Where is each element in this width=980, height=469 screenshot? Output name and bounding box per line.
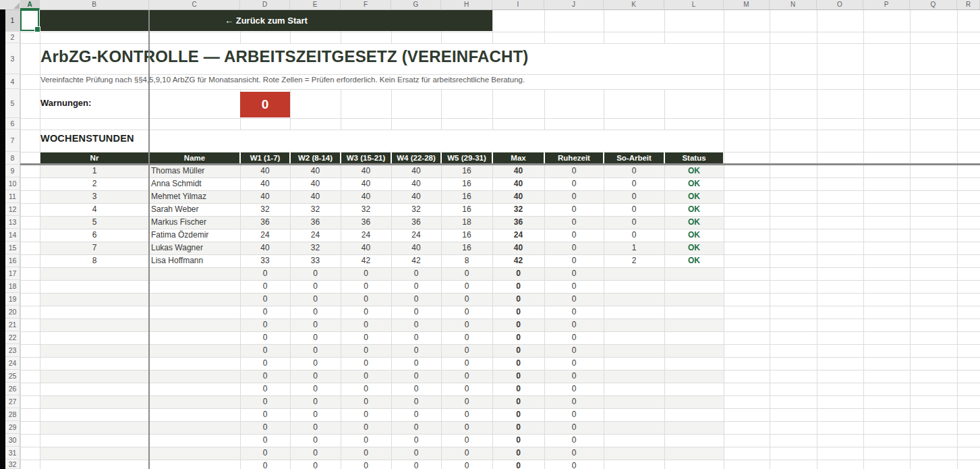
table-cell[interactable]: 0	[391, 447, 441, 460]
column-header-c[interactable]: C	[149, 0, 240, 9]
table-cell[interactable]: 40	[341, 242, 391, 254]
row-header-20[interactable]: 20	[5, 306, 20, 319]
table-cell[interactable]: 36	[492, 216, 544, 229]
row-header-6[interactable]: 6	[5, 118, 20, 130]
row-header-17[interactable]: 17	[5, 267, 20, 280]
table-header-cell[interactable]: W2 (8-14)	[291, 153, 340, 164]
table-cell[interactable]: 7	[40, 242, 149, 254]
table-cell[interactable]: 0	[604, 203, 664, 216]
table-cell[interactable]: 0	[341, 370, 391, 383]
table-cell[interactable]: Mehmet Yilmaz	[149, 190, 240, 203]
table-cell[interactable]: Sarah Weber	[149, 203, 240, 216]
table-cell[interactable]: 36	[290, 216, 341, 229]
table-header-cell[interactable]: So-Arbeit	[604, 153, 664, 164]
table-cell[interactable]: 0	[290, 370, 341, 383]
row-header-25[interactable]: 25	[5, 370, 20, 383]
column-header-q[interactable]: Q	[910, 0, 957, 9]
table-cell[interactable]: OK	[664, 177, 724, 190]
table-cell[interactable]: 40	[341, 177, 391, 190]
table-cell[interactable]: 0	[441, 319, 492, 331]
table-cell[interactable]: 40	[290, 165, 341, 177]
table-cell[interactable]: 40	[492, 177, 544, 190]
table-cell[interactable]: 0	[290, 447, 341, 460]
table-cell[interactable]: 0	[341, 421, 391, 434]
column-header-r[interactable]: R	[957, 0, 980, 9]
table-cell[interactable]: 0	[492, 357, 544, 370]
row-header-30[interactable]: 30	[5, 434, 20, 447]
table-cell[interactable]: 0	[290, 395, 341, 408]
column-header-n[interactable]: N	[770, 0, 817, 9]
table-cell[interactable]: 0	[441, 331, 492, 344]
table-cell[interactable]: 0	[391, 344, 441, 357]
table-cell[interactable]: 24	[290, 229, 341, 242]
table-cell[interactable]: 32	[492, 203, 544, 216]
table-cell[interactable]: 16	[441, 177, 492, 190]
table-cell[interactable]: 32	[391, 203, 441, 216]
table-cell[interactable]: 40	[240, 165, 290, 177]
table-cell[interactable]: 0	[544, 395, 604, 408]
table-cell[interactable]: 0	[441, 267, 492, 280]
table-cell[interactable]: 40	[492, 242, 544, 254]
table-cell[interactable]: 16	[441, 165, 492, 177]
table-cell[interactable]: 0	[492, 370, 544, 383]
row-header-11[interactable]: 11	[5, 190, 20, 203]
table-cell[interactable]: 24	[391, 229, 441, 242]
table-cell[interactable]: 6	[40, 229, 149, 242]
row-header-29[interactable]: 29	[5, 421, 20, 434]
table-cell[interactable]: 0	[544, 319, 604, 331]
table-cell[interactable]: Thomas Müller	[149, 165, 240, 177]
table-cell[interactable]: 0	[240, 408, 290, 421]
table-cell[interactable]: 0	[544, 447, 604, 460]
column-header-b[interactable]: B	[40, 0, 149, 9]
table-cell[interactable]: 0	[391, 395, 441, 408]
table-cell[interactable]: 0	[391, 306, 441, 319]
table-cell[interactable]: 42	[492, 254, 544, 267]
table-cell[interactable]: 24	[240, 229, 290, 242]
table-cell[interactable]: 0	[341, 293, 391, 306]
row-header-23[interactable]: 23	[5, 344, 20, 357]
table-cell[interactable]: 0	[391, 331, 441, 344]
table-header-cell[interactable]: W3 (15-21)	[341, 153, 391, 164]
table-cell[interactable]: 40	[492, 165, 544, 177]
table-cell[interactable]: 0	[544, 293, 604, 306]
row-header-28[interactable]: 28	[5, 408, 20, 421]
table-cell[interactable]: 42	[341, 254, 391, 267]
table-cell[interactable]: 0	[341, 447, 391, 460]
table-cell[interactable]: 0	[544, 383, 604, 395]
column-header-p[interactable]: P	[863, 0, 910, 9]
table-cell[interactable]: 0	[544, 331, 604, 344]
table-cell[interactable]: 0	[290, 319, 341, 331]
table-cell[interactable]: 0	[341, 319, 391, 331]
table-cell[interactable]: 32	[290, 242, 341, 254]
table-cell[interactable]: 0	[240, 319, 290, 331]
table-cell[interactable]: 0	[240, 357, 290, 370]
freeze-pane-vertical-divider[interactable]	[148, 9, 150, 469]
table-cell[interactable]: OK	[664, 254, 724, 267]
table-cell[interactable]: 0	[290, 460, 341, 469]
table-cell[interactable]: Fatima Özdemir	[149, 229, 240, 242]
table-cell[interactable]: 0	[544, 306, 604, 319]
table-cell[interactable]: 0	[492, 293, 544, 306]
table-cell[interactable]: 0	[240, 421, 290, 434]
table-cell[interactable]: 0	[290, 293, 341, 306]
table-cell[interactable]: 0	[544, 421, 604, 434]
table-header-cell[interactable]: W4 (22-28)	[392, 153, 440, 164]
table-cell[interactable]: 0	[391, 434, 441, 447]
table-cell[interactable]: 0	[604, 216, 664, 229]
table-cell[interactable]: 40	[391, 242, 441, 254]
table-cell[interactable]: 4	[40, 203, 149, 216]
table-cell[interactable]: OK	[664, 190, 724, 203]
table-cell[interactable]: 18	[441, 216, 492, 229]
row-header-24[interactable]: 24	[5, 357, 20, 370]
table-cell[interactable]: 0	[240, 344, 290, 357]
table-cell[interactable]: 0	[290, 434, 341, 447]
table-cell[interactable]: 0	[441, 421, 492, 434]
table-cell[interactable]: 0	[544, 177, 604, 190]
table-cell[interactable]: Markus Fischer	[149, 216, 240, 229]
table-cell[interactable]: 0	[240, 370, 290, 383]
table-cell[interactable]: 0	[240, 280, 290, 293]
column-header-m[interactable]: M	[724, 0, 770, 9]
table-cell[interactable]: 0	[604, 177, 664, 190]
column-header-i[interactable]: I	[492, 0, 544, 9]
table-cell[interactable]: 0	[492, 395, 544, 408]
